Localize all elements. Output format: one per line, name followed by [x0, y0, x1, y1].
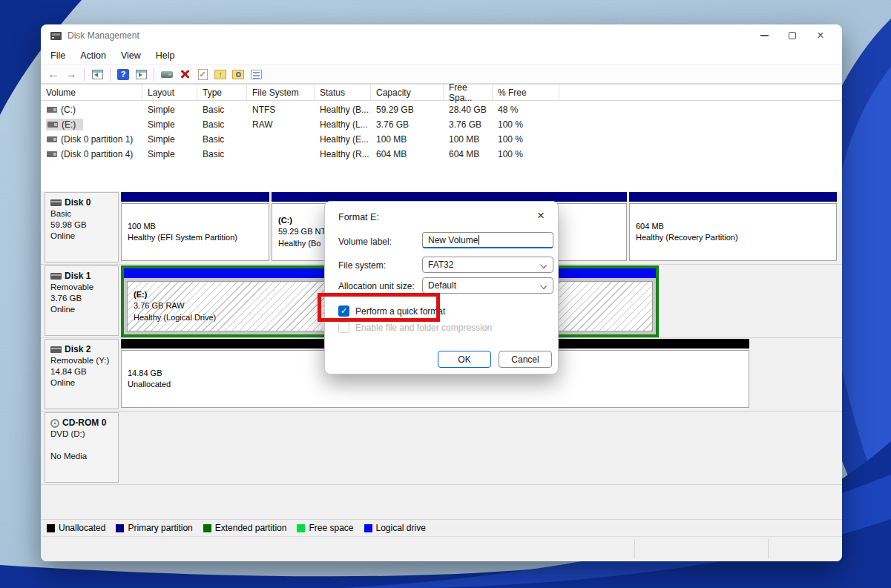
volume-row-e-selected[interactable]: (E:) Simple Basic RAW Healthy (L... 3.76…	[41, 118, 842, 131]
primary-partition-bar	[629, 192, 837, 202]
forward-icon: →	[65, 68, 77, 80]
cdrom0-label-panel: CD-ROM 0 DVD (D:) No Media	[45, 412, 119, 483]
rescan-disks-button[interactable]	[159, 66, 175, 82]
menu-action[interactable]: Action	[73, 48, 114, 63]
action-pane-button[interactable]	[133, 66, 149, 82]
volume-list: Volume Layout Type File System Status Ca…	[41, 84, 842, 191]
window-title: Disk Management	[68, 30, 139, 41]
volume-list-header: Volume Layout Type File System Status Ca…	[41, 84, 842, 101]
folder-search-icon	[232, 70, 244, 79]
col-header-volume[interactable]: Volume	[41, 85, 142, 100]
legend-unallocated: Unallocated	[47, 523, 105, 533]
disk0-recovery-partition[interactable]: 604 MB Healthy (Recovery Partition)	[629, 192, 837, 263]
back-icon: ←	[47, 68, 59, 80]
partition-legend: Unallocated Primary partition Extended p…	[41, 519, 842, 536]
maximize-icon	[789, 32, 796, 39]
titlebar: Disk Management ×	[41, 24, 842, 47]
action-pane-icon	[136, 70, 147, 79]
help-icon: ?	[117, 69, 129, 80]
red-annotation-rectangle	[318, 293, 440, 322]
close-icon: ×	[817, 30, 823, 42]
legend-swatch	[203, 524, 211, 532]
checklist-icon	[251, 70, 262, 79]
legend-swatch	[116, 524, 124, 532]
disk-device-icon	[161, 71, 173, 78]
close-icon: ×	[537, 208, 545, 223]
legend-swatch	[47, 524, 55, 532]
ok-button[interactable]: OK	[438, 351, 491, 368]
volume-icon	[47, 136, 57, 142]
legend-logical-drive: Logical drive	[364, 523, 426, 533]
hdd-icon	[50, 346, 62, 353]
legend-swatch	[297, 524, 305, 532]
volume-icon	[47, 151, 57, 157]
legend-primary-partition: Primary partition	[116, 523, 192, 533]
compression-checkbox-disabled: Enable file and folder compression	[338, 322, 492, 333]
cancel-button[interactable]: Cancel	[499, 351, 552, 368]
format-dialog: Format E: × Volume label: New Volume Fil…	[324, 201, 559, 374]
status-bar-divider	[768, 539, 769, 559]
hdd-icon	[50, 199, 62, 206]
col-header-free-space[interactable]: Free Spa...	[444, 85, 493, 100]
menu-help[interactable]: Help	[148, 48, 183, 63]
forward-button[interactable]: →	[63, 66, 79, 82]
cdrom0-row: CD-ROM 0 DVD (D:) No Media	[41, 412, 842, 485]
col-header-status[interactable]: Status	[315, 85, 371, 100]
col-header-layout[interactable]: Layout	[142, 85, 197, 100]
dialog-close-button[interactable]: ×	[533, 208, 549, 224]
minimize-button[interactable]	[750, 24, 778, 47]
document-check-icon: ✓	[198, 69, 208, 80]
col-header-file-system[interactable]: File System	[247, 85, 315, 100]
hdd-icon	[50, 273, 62, 280]
menu-file[interactable]: File	[43, 48, 73, 63]
col-header-pct-free[interactable]: % Free	[493, 85, 559, 100]
disk0-label-panel: Disk 0 Basic 59.98 GB Online	[45, 192, 119, 262]
file-system-label: File system:	[338, 260, 386, 271]
open-folder-button[interactable]: ↑	[212, 66, 228, 82]
delete-volume-button[interactable]	[177, 66, 193, 82]
legend-swatch	[364, 524, 372, 532]
selected-row-highlight: (E:)	[46, 119, 83, 131]
chevron-down-icon	[540, 283, 547, 289]
back-button[interactable]: ←	[45, 66, 62, 82]
toolbar: ← → ? ✓ ↑	[41, 65, 842, 84]
volume-icon	[47, 122, 58, 128]
volume-row-partition4[interactable]: (Disk 0 partition 4) Simple Basic Health…	[41, 148, 842, 160]
primary-partition-bar	[121, 192, 269, 202]
help-button[interactable]: ?	[115, 66, 131, 82]
properties-button[interactable]: ✓	[194, 66, 211, 82]
minimize-icon	[760, 35, 769, 36]
red-x-delete-icon	[180, 69, 190, 79]
legend-extended-partition: Extended partition	[203, 523, 287, 533]
explore-folder-button[interactable]	[230, 66, 246, 82]
menubar: File Action View Help	[41, 47, 842, 65]
volume-label-input[interactable]: New Volume	[422, 232, 553, 248]
allocation-unit-label: Allocation unit size:	[338, 281, 415, 291]
text-caret	[479, 235, 479, 245]
volume-label-label: Volume label:	[338, 237, 392, 247]
status-bar-divider	[634, 539, 635, 559]
col-header-type[interactable]: Type	[197, 85, 247, 100]
maximize-button[interactable]	[778, 24, 806, 47]
toolbar-separator	[84, 68, 85, 81]
col-header-filler	[559, 85, 842, 100]
menu-view[interactable]: View	[114, 48, 148, 63]
dialog-title: Format E:	[338, 212, 379, 222]
disk2-label-panel: Disk 2 Removable (Y:) 14.84 GB Online	[45, 339, 119, 409]
disk1-label-panel: Disk 1 Removable 3.76 GB Online	[45, 265, 119, 336]
volume-row-c[interactable]: (C:) Simple Basic NTFS Healthy (B... 59.…	[41, 103, 842, 116]
volume-row-partition1[interactable]: (Disk 0 partition 1) Simple Basic Health…	[41, 133, 842, 145]
folder-up-icon: ↑	[214, 70, 226, 79]
choose-columns-button[interactable]	[248, 66, 264, 82]
toolbar-separator	[110, 68, 111, 81]
col-header-capacity[interactable]: Capacity	[371, 85, 444, 100]
file-system-select[interactable]: FAT32	[422, 257, 553, 273]
disk0-efi-partition[interactable]: 100 MB Healthy (EFI System Partition)	[121, 192, 269, 263]
console-tree-button[interactable]	[89, 66, 105, 82]
disk-management-app-icon	[50, 32, 62, 40]
close-button[interactable]: ×	[806, 24, 835, 47]
allocation-unit-select[interactable]: Default	[422, 277, 553, 294]
toolbar-separator	[154, 68, 154, 81]
cd-rom-icon	[50, 419, 59, 428]
checkbox-unchecked-icon	[338, 322, 349, 333]
